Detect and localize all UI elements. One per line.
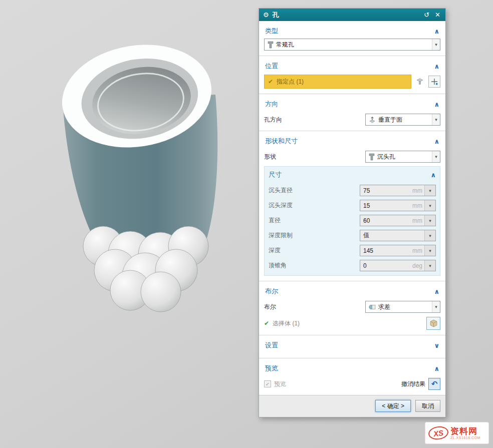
depth-field[interactable]: 145 mm ▾ (360, 245, 436, 256)
dim-value: 0 (360, 260, 412, 271)
dimensions-header[interactable]: 尺寸 ∧ (269, 168, 436, 181)
specify-point-field[interactable]: ✔ 指定点 (1) (264, 75, 411, 89)
boolean-dropdown[interactable]: 求差 ▾ (365, 301, 440, 313)
dim-row: 深度限制 值 ▾ (269, 230, 436, 241)
shape-value: 沉头孔 (377, 153, 429, 161)
chevron-up-icon[interactable]: ∧ (434, 28, 439, 35)
select-body-button[interactable] (426, 317, 440, 330)
normal-to-face-icon (369, 117, 376, 123)
reset-icon[interactable]: ↺ (423, 11, 430, 19)
section-shape-and-size: 形状和尺寸 ∧ 形状 沉头孔 ▾ 尺寸 ∧ 沉头 (259, 131, 445, 281)
model-cylinder-with-counterbore-hole[interactable] (54, 37, 234, 317)
dropdown-arrow-icon[interactable]: ▾ (432, 151, 440, 162)
section-position: 位置 ∧ ✔ 指定点 (1) (259, 56, 445, 94)
select-body-status[interactable]: ✔ 选择体 (1) (264, 319, 300, 328)
direction-section-header[interactable]: 方向 ∧ (264, 97, 440, 112)
dimensions-header-label: 尺寸 (269, 170, 282, 179)
dim-unit: deg (412, 260, 424, 271)
specify-point-row: ✔ 指定点 (1) (264, 75, 440, 89)
undo-result-label: 撤消结果 (401, 380, 425, 388)
shape-section-header[interactable]: 形状和尺寸 ∧ (264, 134, 440, 149)
watermark-logo: XS (427, 425, 449, 440)
diameter-field[interactable]: 60 mm ▾ (360, 215, 436, 226)
settings-header-label: 设置 (265, 341, 278, 350)
section-boolean: 布尔 ∧ 布尔 求差 ▾ ✔ 选择体 (1) (259, 281, 445, 335)
dialog-title: 孔 (273, 11, 279, 20)
dropdown-arrow-icon[interactable]: ▾ (432, 301, 440, 312)
hole-type-value: 常规孔 (276, 41, 429, 49)
close-icon[interactable]: ✕ (434, 11, 441, 19)
chevron-up-icon[interactable]: ∧ (430, 171, 436, 179)
dim-row: 顶锥角 0 deg ▾ (269, 260, 436, 271)
direction-header-label: 方向 (265, 100, 278, 109)
hole-direction-dropdown[interactable]: 垂直于面 ▾ (365, 114, 440, 126)
shape-header-label: 形状和尺寸 (265, 137, 298, 146)
chevron-up-icon[interactable]: ∧ (434, 138, 439, 145)
dim-row: 沉头直径 75 mm ▾ (269, 185, 436, 196)
settings-section-header[interactable]: 设置 ∨ (264, 338, 440, 353)
chevron-down-icon[interactable]: ∨ (434, 342, 439, 349)
chevron-up-icon[interactable]: ∧ (434, 63, 439, 70)
position-section-header[interactable]: 位置 ∧ (264, 59, 440, 74)
chevron-up-icon[interactable]: ∧ (434, 288, 439, 295)
counterbore-diameter-field[interactable]: 75 mm ▾ (360, 185, 436, 196)
dim-value: 60 (360, 215, 412, 226)
section-settings: 设置 ∨ (259, 335, 445, 358)
cancel-button[interactable]: 取消 (415, 400, 440, 412)
watermark-text: 资料网 ZL.XS1616.COM (450, 427, 480, 439)
counterbore-depth-field[interactable]: 15 mm ▾ (360, 200, 436, 211)
sketch-section-icon[interactable] (414, 76, 426, 88)
dim-dropdown-arrow[interactable]: ▾ (424, 245, 435, 256)
dim-dropdown-arrow[interactable]: ▾ (424, 185, 435, 196)
dim-unit: mm (412, 215, 424, 226)
dim-dropdown-arrow[interactable]: ▾ (424, 200, 435, 211)
section-type: 类型 ∧ 常规孔 ▾ (259, 21, 445, 56)
shape-dropdown[interactable]: 沉头孔 ▾ (365, 151, 440, 163)
hole-dialog: ⚙ 孔 ↺ ✕ 类型 ∧ 常规孔 ▾ 位置 ∧ (259, 8, 446, 417)
watermark-name: 资料网 (450, 427, 480, 436)
specify-point-label: 指定点 (1) (277, 78, 304, 86)
select-body-label: 选择体 (1) (273, 319, 300, 328)
dropdown-arrow-icon[interactable]: ▾ (432, 114, 440, 125)
chevron-up-icon[interactable]: ∧ (434, 101, 439, 108)
preview-checkbox-wrap[interactable]: ✔ 预览 (264, 380, 286, 388)
preview-checkbox[interactable]: ✔ (264, 380, 271, 387)
tip-angle-field[interactable]: 0 deg ▾ (360, 260, 436, 271)
chevron-up-icon[interactable]: ∧ (434, 365, 439, 372)
check-icon: ✔ (268, 78, 273, 85)
boolean-value: 求差 (378, 303, 429, 311)
preview-section-header[interactable]: 预览 ∧ (264, 361, 440, 376)
check-icon: ✔ (264, 320, 269, 327)
dialog-footer: < 确定 > 取消 (259, 395, 445, 417)
dim-label: 深度限制 (269, 231, 293, 240)
dim-value: 值 (360, 230, 422, 241)
dim-unit: mm (412, 185, 424, 196)
section-preview: 预览 ∧ ✔ 预览 撤消结果 ↶ (259, 358, 445, 395)
shape-row: 形状 沉头孔 ▾ (264, 151, 440, 163)
dim-dropdown-arrow[interactable]: ▾ (424, 260, 435, 271)
dim-value: 15 (360, 200, 412, 211)
point-constructor-icon (431, 78, 438, 86)
scalloped-section[interactable] (83, 226, 208, 312)
depth-limit-dropdown[interactable]: 值 ▾ (360, 230, 436, 241)
ok-button[interactable]: < 确定 > (375, 400, 411, 412)
hole-direction-value: 垂直于面 (378, 116, 429, 124)
dim-dropdown-arrow[interactable]: ▾ (424, 215, 435, 226)
type-section-header[interactable]: 类型 ∧ (264, 24, 440, 39)
boolean-label: 布尔 (264, 303, 276, 311)
undo-result-button[interactable]: ↶ (428, 378, 440, 390)
point-dialog-icon (416, 78, 424, 86)
hole-type-dropdown[interactable]: 常规孔 ▾ (264, 39, 440, 51)
preview-row: ✔ 预览 撤消结果 ↶ (264, 378, 440, 390)
point-constructor-button[interactable] (428, 76, 440, 88)
position-header-label: 位置 (265, 62, 278, 71)
general-hole-icon (268, 41, 274, 49)
dim-label: 深度 (269, 246, 281, 255)
dropdown-arrow-icon[interactable]: ▾ (432, 39, 440, 50)
dim-row: 直径 60 mm ▾ (269, 215, 436, 226)
dim-value: 145 (360, 245, 412, 256)
dialog-titlebar[interactable]: ⚙ 孔 ↺ ✕ (259, 9, 445, 21)
dim-dropdown-arrow[interactable]: ▾ (424, 230, 435, 241)
boolean-section-header[interactable]: 布尔 ∧ (264, 284, 440, 299)
watermark-logo-text: XS (433, 428, 444, 438)
